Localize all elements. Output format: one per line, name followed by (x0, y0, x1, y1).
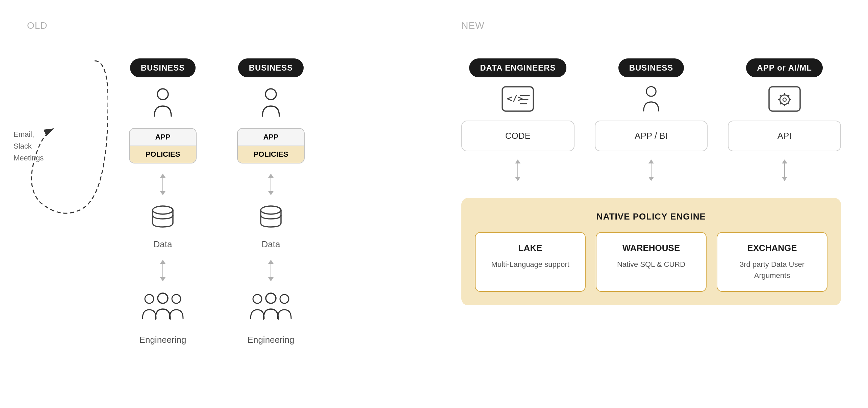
svg-line-25 (788, 103, 789, 104)
warehouse-desc: Native SQL & CURD (603, 259, 699, 270)
svg-point-16 (646, 87, 656, 96)
new-badges-row: DATA ENGINEERS </> CODE (461, 58, 841, 181)
new-section-label: NEW (461, 20, 841, 31)
old-section-label: OLD (27, 20, 407, 31)
code-icon: </> (501, 85, 535, 112)
arr-line-4 (271, 264, 271, 277)
svg-point-8 (253, 295, 262, 303)
arr-down-4 (268, 277, 274, 281)
app-icon (768, 85, 801, 112)
old-col2-badge: BUSINESS (238, 58, 304, 77)
new-col-2: BUSINESS APP / BI (595, 58, 708, 181)
svg-line-27 (780, 103, 781, 104)
lake-title: LAKE (482, 243, 578, 253)
data-label-2: Data (262, 239, 280, 250)
svg-point-5 (172, 295, 181, 303)
arrow-3 (268, 174, 274, 195)
exchange-desc: 3rd party Data User Arguments (724, 259, 820, 281)
engineering-label-1: Engineering (139, 335, 186, 345)
svg-point-9 (266, 293, 276, 303)
old-columns: BUSINESS APP POLICIES (27, 58, 407, 345)
app-policies-box-2: APP POLICIES (237, 128, 305, 163)
app-label-1: APP (130, 129, 196, 146)
svg-point-3 (145, 295, 154, 303)
group-icon-2 (249, 291, 293, 322)
arr-up-4 (268, 260, 274, 264)
person-icon-1 (151, 87, 175, 118)
svg-point-2 (153, 206, 173, 214)
db-icon-2 (257, 205, 284, 229)
policies-label-2: POLICIES (238, 146, 304, 163)
svg-point-19 (783, 98, 786, 101)
old-divider (27, 38, 407, 38)
warehouse-title: WAREHOUSE (603, 243, 699, 253)
svg-text:</>: </> (507, 94, 523, 104)
arr-line-2 (162, 264, 163, 277)
api-box: API (728, 121, 841, 151)
main-container: OLD Email, Slack Meetings BUSINESS (0, 0, 868, 408)
policy-engine-box: NATIVE POLICY ENGINE LAKE Multi-Language… (461, 198, 841, 305)
svg-point-4 (158, 293, 168, 303)
engineering-label-2: Engineering (248, 335, 295, 345)
new-col-3: APP or AI/ML (728, 58, 841, 181)
policies-label-1: POLICIES (130, 146, 196, 163)
old-column-1: BUSINESS APP POLICIES (129, 58, 197, 345)
svg-point-1 (157, 89, 168, 100)
new-arrow-2 (648, 159, 654, 181)
arr-up-1 (160, 174, 165, 178)
warehouse-col: WAREHOUSE Native SQL & CURD (596, 232, 707, 292)
svg-point-10 (280, 295, 289, 303)
new-col3-badge: APP or AI/ML (746, 58, 823, 77)
arr-down-2 (160, 277, 165, 281)
svg-line-26 (788, 95, 789, 96)
arrow-1 (160, 174, 165, 195)
old-column-2: BUSINESS APP POLICIES (237, 58, 305, 345)
new-arrow-3 (782, 159, 787, 181)
exchange-col: EXCHANGE 3rd party Data User Arguments (717, 232, 827, 292)
policy-engine-columns: LAKE Multi-Language support WAREHOUSE Na… (475, 232, 827, 292)
app-label-2: APP (238, 129, 304, 146)
data-label-1: Data (154, 239, 172, 250)
arr-line-1 (162, 178, 163, 191)
arr-down-3 (268, 191, 274, 195)
svg-point-6 (265, 89, 276, 100)
app-policies-box-1: APP POLICIES (129, 128, 197, 163)
code-box: CODE (461, 121, 575, 151)
right-panel: NEW DATA ENGINEERS </> (434, 0, 868, 408)
svg-line-24 (780, 95, 781, 96)
svg-rect-17 (769, 87, 800, 111)
person-icon-new (639, 85, 663, 112)
policy-engine-title: NATIVE POLICY ENGINE (475, 211, 827, 222)
svg-point-7 (261, 206, 281, 214)
lake-col: LAKE Multi-Language support (475, 232, 586, 292)
arr-up-2 (160, 260, 165, 264)
arr-line-3 (271, 178, 271, 191)
new-section-layout: DATA ENGINEERS </> CODE (461, 58, 841, 305)
left-panel: OLD Email, Slack Meetings BUSINESS (0, 0, 434, 408)
new-arrow-1 (515, 159, 520, 181)
exchange-title: EXCHANGE (724, 243, 820, 253)
person-icon-2 (259, 87, 283, 118)
arrow-2 (160, 260, 165, 281)
new-col1-badge: DATA ENGINEERS (469, 58, 566, 77)
arr-up-3 (268, 174, 274, 178)
new-divider (461, 38, 841, 38)
db-icon-1 (149, 205, 176, 229)
appbi-box: APP / BI (595, 121, 708, 151)
old-col1-badge: BUSINESS (130, 58, 196, 77)
arr-down-1 (160, 191, 165, 195)
new-col-1: DATA ENGINEERS </> CODE (461, 58, 575, 181)
lake-desc: Multi-Language support (482, 259, 578, 270)
arrow-4 (268, 260, 274, 281)
new-col2-badge: BUSINESS (618, 58, 684, 77)
group-icon-1 (141, 291, 185, 322)
